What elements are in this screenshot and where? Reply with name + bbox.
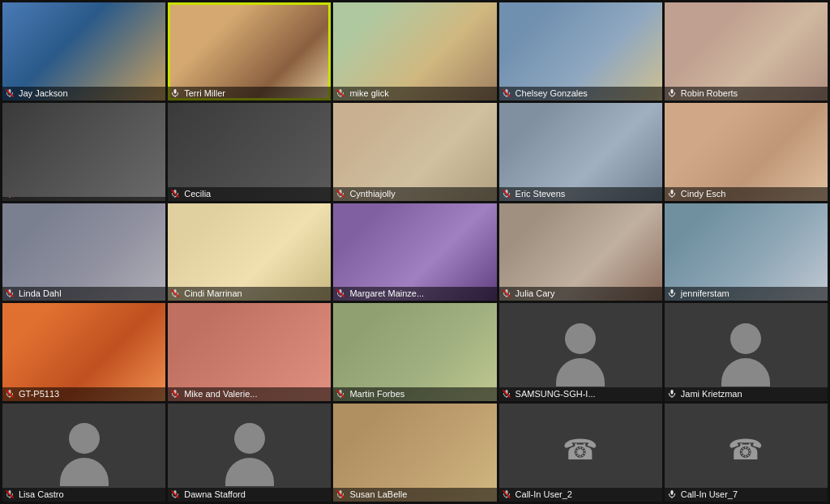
participant-name-callin-user-7: Call-In User_7: [665, 488, 828, 502]
participant-name-cecilia: Cecilia: [168, 187, 331, 201]
participant-cell-samsung-sgh[interactable]: SAMSUNG-SGH-I...: [499, 303, 662, 401]
muted-mic-icon: [502, 389, 511, 399]
participant-cell-mike-glick[interactable]: mike glick: [333, 2, 496, 100]
participant-video: [665, 103, 828, 201]
participant-name-jay-jackson: Jay Jackson: [2, 87, 165, 100]
participant-name-cindi-marrinan: Cindi Marrinan: [168, 287, 331, 301]
svg-rect-25: [670, 190, 673, 194]
mic-icon: [667, 389, 677, 399]
mic-icon: [667, 288, 677, 298]
silhouette: [556, 323, 605, 387]
participant-video: [333, 404, 496, 502]
participant-cell-callin-user-2[interactable]: ☎ Call-In User_2: [499, 404, 662, 502]
muted-mic-icon: [5, 88, 15, 98]
participant-video: [499, 2, 662, 100]
participant-name-samsung-sgh: SAMSUNG-SGH-I...: [499, 387, 662, 401]
participant-cell-jay-jackson[interactable]: Jay Jackson: [2, 2, 165, 100]
participant-video: [2, 103, 165, 201]
participant-cell-mike-valerie[interactable]: Mike and Valerie...: [168, 303, 331, 401]
participant-cell-cynthia-jolly[interactable]: Cynthiajolly: [333, 103, 496, 201]
participant-cell-cecilia[interactable]: Cecilia: [168, 103, 331, 201]
participant-cell-julia-cary[interactable]: Julia Cary: [499, 203, 662, 301]
svg-rect-3: [174, 89, 177, 94]
participant-name-susan-labelle: Susan LaBelle: [333, 488, 496, 502]
participant-cell-robin-roberts[interactable]: Robin Roberts: [665, 2, 828, 100]
participant-cell-susan-labelle[interactable]: Susan LaBelle: [333, 404, 496, 502]
muted-mic-icon: [502, 288, 511, 298]
muted-mic-icon: [5, 489, 15, 499]
participant-video: [333, 103, 496, 201]
participant-name-cindy-esch: Cindy Esch: [665, 187, 828, 201]
svg-rect-11: [670, 89, 673, 94]
muted-mic-icon: [170, 489, 180, 499]
svg-rect-53: [670, 390, 673, 395]
participant-name-cynthia-jolly: Cynthiajolly: [333, 187, 496, 201]
muted-mic-icon: [336, 389, 345, 399]
muted-mic-icon: [502, 88, 511, 98]
participant-video: [499, 103, 662, 201]
participant-name-row2-1: [2, 197, 165, 201]
participant-video: [168, 103, 331, 201]
participant-cell-terri-miller[interactable]: Terri Miller: [168, 2, 331, 100]
participant-cell-dawna-stafford[interactable]: Dawna Stafford: [168, 404, 331, 502]
participant-name-terri-miller: Terri Miller: [168, 87, 331, 100]
participant-name-robin-roberts: Robin Roberts: [665, 87, 828, 100]
participant-name-martin-forbes: Martin Forbes: [333, 387, 496, 401]
participant-video: [168, 2, 331, 100]
participant-name-eric-stevens: Eric Stevens: [499, 187, 662, 201]
participant-cell-lisa-castro[interactable]: Lisa Castro: [2, 404, 165, 502]
participant-cell-jennifer-stam[interactable]: jenniferstam: [665, 203, 828, 301]
participant-cell-martin-forbes[interactable]: Martin Forbes: [333, 303, 496, 401]
participant-video: [665, 203, 828, 301]
participant-cell-cindy-esch[interactable]: Cindy Esch: [665, 103, 828, 201]
silhouette: [721, 323, 770, 387]
participant-cell-jami-krietzman[interactable]: Jami Krietzman: [665, 303, 828, 401]
participant-video: [499, 203, 662, 301]
participant-name-jennifer-stam: jenniferstam: [665, 287, 828, 301]
muted-mic-icon: [170, 288, 180, 298]
mic-icon: [667, 88, 677, 98]
participant-video: [2, 203, 165, 301]
muted-mic-icon: [502, 489, 511, 499]
participant-name-julia-cary: Julia Cary: [499, 287, 662, 301]
muted-mic-icon: [336, 489, 345, 499]
participant-name-mike-valerie: Mike and Valerie...: [168, 387, 331, 401]
participant-video: [665, 2, 828, 100]
muted-mic-icon: [5, 197, 15, 199]
participant-cell-gt-p5113[interactable]: GT-P5113: [2, 303, 165, 401]
participant-name-jami-krietzman: Jami Krietzman: [665, 387, 828, 401]
participant-name-margaret-mainze: Margaret Mainze...: [333, 287, 496, 301]
participant-name-callin-user-2: Call-In User_2: [499, 488, 662, 502]
muted-mic-icon: [502, 189, 511, 199]
muted-mic-icon: [170, 389, 180, 399]
mic-icon: [667, 189, 677, 199]
participant-cell-callin-user-7[interactable]: ☎ Call-In User_7: [665, 404, 828, 502]
participant-cell-linda-dahl[interactable]: Linda Dahl: [2, 203, 165, 301]
participant-cell-eric-stevens[interactable]: Eric Stevens: [499, 103, 662, 201]
participant-video: [168, 203, 331, 301]
participant-video: [168, 303, 331, 401]
muted-mic-icon: [336, 189, 345, 199]
muted-mic-icon: [336, 288, 345, 298]
participant-name-dawna-stafford: Dawna Stafford: [168, 488, 331, 502]
silhouette: [225, 423, 274, 486]
participant-cell-margaret-mainze[interactable]: Margaret Mainze...: [333, 203, 496, 301]
silhouette: [60, 423, 109, 486]
phone-icon: ☎: [563, 433, 598, 466]
muted-mic-icon: [336, 88, 345, 98]
participant-cell-cindi-marrinan[interactable]: Cindi Marrinan: [168, 203, 331, 301]
mic-icon: [667, 489, 677, 499]
participant-cell-chelsey-gonzales[interactable]: Chelsey Gonzales: [499, 2, 662, 100]
participant-cell-row2-1[interactable]: [2, 103, 165, 201]
muted-mic-icon: [5, 389, 15, 399]
video-grid: Jay Jackson Terri Miller mike glick Chel…: [0, 0, 830, 504]
participant-video: [2, 303, 165, 401]
svg-rect-67: [670, 490, 673, 495]
participant-name-lisa-castro: Lisa Castro: [2, 488, 165, 502]
participant-name-gt-p5113: GT-P5113: [2, 387, 165, 401]
muted-mic-icon: [5, 288, 15, 298]
participant-name-mike-glick: mike glick: [333, 87, 496, 100]
participant-video: [333, 303, 496, 401]
mic-icon: [170, 88, 180, 98]
phone-icon: ☎: [728, 433, 764, 466]
